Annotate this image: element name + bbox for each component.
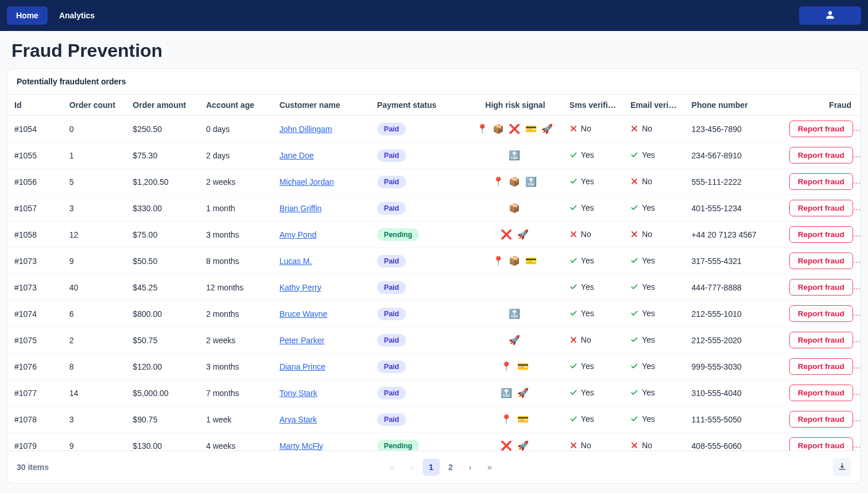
report-fraud-button[interactable]: Report fraud [789,253,853,269]
col-email-verification[interactable]: Email verification [623,95,684,116]
top-nav: Home Analytics [0,0,868,31]
x-icon: No [569,335,591,344]
page-last[interactable]: » [481,459,498,476]
report-fraud-button[interactable]: Report fraud [789,121,853,137]
cell-email: No [623,116,684,142]
cell-fraud: Report fraud [782,248,861,274]
download-button[interactable] [833,458,851,476]
customer-link[interactable]: John Dillingam [280,125,332,134]
cell-id: #1055 [7,142,63,169]
cell-phone: 123-456-7890 [685,116,782,142]
cell-id: #1056 [7,169,63,195]
report-fraud-button[interactable]: Report fraud [789,226,853,243]
cell-fraud: Report fraud [782,195,861,222]
col-customer-name[interactable]: Customer name [273,95,370,116]
check-icon: Yes [630,282,655,292]
user-icon [826,10,835,21]
cell-order-count: 14 [63,380,126,406]
report-fraud-button[interactable]: Report fraud [789,200,853,216]
customer-link[interactable]: Diana Prince [280,362,326,371]
col-high-risk[interactable]: High risk signal [468,95,563,116]
check-icon: Yes [569,414,594,424]
table-row: #10799$130.004 weeksMarty McFlyPending❌ … [7,433,861,451]
cell-fraud: Report fraud [782,327,861,354]
card-title: Potentially fraudulent orders [7,69,861,95]
check-icon: Yes [630,309,655,318]
cell-email: Yes [623,327,684,354]
cell-phone: 234-567-8910 [685,142,782,169]
cell-customer-name: Michael Jordan [273,169,370,195]
col-order-amount[interactable]: Order amount [126,95,199,116]
report-fraud-button[interactable]: Report fraud [789,437,853,451]
customer-link[interactable]: Michael Jordan [280,177,334,187]
customer-link[interactable]: Tony Stark [280,389,317,398]
cell-order-amount: $50.75 [126,327,199,354]
cell-payment-status: Pending [370,222,468,248]
cell-order-count: 6 [63,301,126,327]
page-first[interactable]: « [383,459,401,476]
cell-order-amount: $75.30 [126,142,199,169]
status-badge: Paid [377,176,406,188]
customer-link[interactable]: Kathy Perry [280,283,321,292]
customer-link[interactable]: Bruce Wayne [280,309,328,319]
col-account-age[interactable]: Account age [199,95,273,116]
customer-link[interactable]: Lucas M. [280,257,312,266]
page-next[interactable]: › [462,459,479,476]
cell-account-age: 0 days [199,116,273,142]
customer-link[interactable]: Arya Stark [280,415,317,424]
page-2[interactable]: 2 [442,459,459,476]
report-fraud-button[interactable]: Report fraud [789,358,853,375]
page-1[interactable]: 1 [423,459,440,476]
check-icon: Yes [569,203,594,212]
report-fraud-button[interactable]: Report fraud [789,147,853,164]
col-payment-status[interactable]: Payment status [370,95,468,116]
col-phone[interactable]: Phone number [685,95,782,116]
customer-link[interactable]: Peter Parker [280,336,325,345]
col-fraud[interactable]: Fraud [782,95,861,116]
customer-link[interactable]: Marty McFly [280,441,323,451]
customer-link[interactable]: Brian Griffin [280,204,322,213]
cell-id: #1057 [7,195,63,222]
cell-customer-name: Brian Griffin [273,195,370,222]
check-icon: Yes [630,414,655,424]
nav-home[interactable]: Home [7,6,48,25]
page-title: Fraud Prevention [0,31,868,68]
report-fraud-button[interactable]: Report fraud [789,385,853,401]
x-icon: No [630,441,652,450]
cell-high-risk: 🔝 🚀 [468,380,563,406]
col-order-count[interactable]: Order count [63,95,126,116]
report-fraud-button[interactable]: Report fraud [789,332,853,348]
customer-link[interactable]: Amy Pond [280,230,317,239]
cell-account-age: 2 weeks [199,169,273,195]
table-row: #10540$250.500 daysJohn DillingamPaid📍 📦… [7,116,861,142]
cell-email: Yes [623,195,684,222]
report-fraud-button[interactable]: Report fraud [789,173,853,190]
report-fraud-button[interactable]: Report fraud [789,411,853,428]
cell-sms: Yes [563,169,623,195]
user-menu-button[interactable] [799,6,861,25]
cell-fraud: Report fraud [782,433,861,451]
cell-customer-name: Amy Pond [273,222,370,248]
customer-link[interactable]: Jane Doe [280,151,314,160]
table-row: #10573$330.001 monthBrian GriffinPaid📦Ye… [7,195,861,222]
cell-high-risk: ❌ 🚀 [468,433,563,451]
cell-sms: Yes [563,354,623,380]
report-fraud-button[interactable]: Report fraud [789,279,853,296]
col-sms-verification[interactable]: Sms verification [563,95,623,116]
cell-order-count: 2 [63,327,126,354]
nav-analytics[interactable]: Analytics [50,6,104,25]
cell-id: #1073 [7,274,63,301]
page-prev[interactable]: ‹ [403,459,420,476]
cell-order-amount: $75.00 [126,222,199,248]
report-fraud-button[interactable]: Report fraud [789,305,853,322]
cell-id: #1074 [7,301,63,327]
cell-email: Yes [623,274,684,301]
cell-fraud: Report fraud [782,380,861,406]
cell-order-count: 1 [63,142,126,169]
col-id[interactable]: Id [7,95,63,116]
status-badge: Paid [377,413,406,426]
cell-id: #1077 [7,380,63,406]
cell-fraud: Report fraud [782,301,861,327]
cell-payment-status: Paid [370,274,468,301]
cell-account-age: 7 months [199,380,273,406]
